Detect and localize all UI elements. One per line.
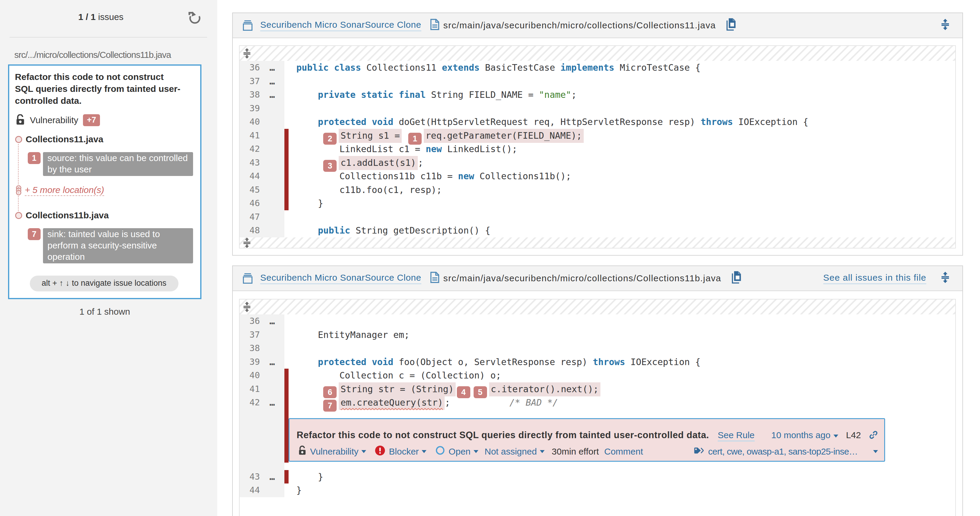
project-link[interactable]: Securibench Micro SonarSource Clone <box>260 273 422 284</box>
more-locations-row[interactable]: + 5 more location(s) <box>15 185 193 196</box>
expand-file-icon[interactable] <box>941 19 949 30</box>
issue-location-highlight[interactable]: String s1 = <box>339 129 402 143</box>
line-number[interactable]: 41 <box>240 129 260 143</box>
scm-info[interactable] <box>260 170 285 183</box>
scm-info[interactable]: … <box>260 396 285 410</box>
code-line[interactable]: 44} <box>240 484 955 497</box>
line-number[interactable]: 41 <box>240 383 260 396</box>
expand-block-above[interactable] <box>240 46 955 61</box>
scm-info[interactable] <box>260 115 285 129</box>
reload-button[interactable] <box>188 11 201 25</box>
code-line[interactable]: 42… 7em.createQuery(str); /* BAD */ <box>240 396 955 410</box>
code-line[interactable]: 41 2String s1 = 1req.getParameter(FIELD_… <box>240 129 955 143</box>
scm-info[interactable]: … <box>260 88 285 102</box>
expand-file-icon[interactable] <box>941 272 949 283</box>
expand-block-below[interactable] <box>240 237 955 248</box>
code-line[interactable]: 39 <box>240 102 955 116</box>
line-number[interactable]: 47 <box>240 210 260 224</box>
scm-info[interactable] <box>260 142 285 156</box>
line-number[interactable]: 36 <box>240 61 260 75</box>
scm-info[interactable]: … <box>260 355 285 369</box>
line-number[interactable]: 38 <box>240 341 260 355</box>
code-line[interactable]: 37… <box>240 75 955 88</box>
see-rule-link[interactable]: See Rule <box>718 430 754 441</box>
scm-info[interactable]: … <box>260 470 285 484</box>
code-line[interactable]: 41 6String str = (String)45c.iterator().… <box>240 383 955 396</box>
selected-issue-card[interactable]: Refactor this code to not construct SQL … <box>8 64 201 299</box>
issue-location-highlight[interactable]: c1.addLast(s1) <box>339 156 418 170</box>
flow-location-1[interactable]: 1 source: this value can be controlled b… <box>28 152 193 176</box>
code-line[interactable]: 47 <box>240 210 955 224</box>
copy-file-icon[interactable] <box>726 18 736 31</box>
line-number[interactable]: 39 <box>240 355 260 369</box>
issue-location-highlight[interactable]: c.iterator().next(); <box>489 383 600 396</box>
scm-info[interactable] <box>260 210 285 224</box>
expand-file-icon[interactable] <box>941 19 949 32</box>
code-line[interactable]: 43… } <box>240 470 955 484</box>
line-number[interactable]: 44 <box>240 170 260 183</box>
code-line[interactable]: 36… <box>240 314 955 328</box>
expand-lines-icon[interactable] <box>243 48 251 59</box>
scm-info[interactable] <box>260 156 285 170</box>
line-number[interactable]: 43 <box>240 470 260 484</box>
issue-location-highlight[interactable]: req.getParameter(FIELD_NAME); <box>424 129 584 143</box>
expand-lines-icon[interactable] <box>243 237 251 248</box>
code-line[interactable]: 48 public String getDescription() { <box>240 224 955 237</box>
scm-info[interactable] <box>260 183 285 197</box>
expand-lines-icon[interactable] <box>243 302 251 312</box>
line-number[interactable]: 44 <box>240 484 260 497</box>
line-number[interactable]: 46 <box>240 197 260 210</box>
scm-info[interactable] <box>260 197 285 210</box>
code-line[interactable]: 40 protected void doGet(HttpServletReque… <box>240 115 955 129</box>
scm-info[interactable]: … <box>260 314 285 328</box>
code-line[interactable]: 39… protected void foo(Object o, Servlet… <box>240 355 955 369</box>
line-number[interactable]: 40 <box>240 369 260 383</box>
status-dropdown[interactable]: Open <box>449 446 478 457</box>
comment-link[interactable]: Comment <box>604 446 643 457</box>
inline-issue-box[interactable]: Refactor this code to not construct SQL … <box>289 418 885 462</box>
code-line[interactable]: 43 3c1.addLast(s1); <box>240 156 955 170</box>
line-number[interactable]: 42 <box>240 396 260 410</box>
assignee-dropdown[interactable]: Not assigned <box>485 446 545 457</box>
code-line[interactable]: 44 Collections11b c11b = new Collections… <box>240 170 955 183</box>
expand-file-icon[interactable] <box>941 272 949 285</box>
copy-file-icon[interactable] <box>732 271 741 284</box>
issue-type-dropdown[interactable]: Vulnerability <box>310 446 366 457</box>
line-number[interactable]: 48 <box>240 224 260 237</box>
code-line[interactable]: 42 LinkedList c1 = new LinkedList(); <box>240 142 955 156</box>
code-line[interactable]: 37 EntityManager em; <box>240 328 955 342</box>
project-link[interactable]: Securibench Micro SonarSource Clone <box>260 20 422 31</box>
issue-date-dropdown[interactable]: 10 months ago <box>771 430 838 440</box>
issue-location-highlight[interactable]: String str = (String) <box>339 383 455 396</box>
scm-info[interactable] <box>260 224 285 237</box>
scm-info[interactable] <box>260 484 285 497</box>
severity-dropdown[interactable]: Blocker <box>389 446 426 457</box>
line-number[interactable]: 37 <box>240 75 260 88</box>
scm-info[interactable] <box>260 383 285 396</box>
code-line[interactable]: 36…public class Collections11 extends Ba… <box>240 61 955 75</box>
scm-info[interactable] <box>260 328 285 342</box>
line-number[interactable]: 40 <box>240 115 260 129</box>
permalink-icon[interactable] <box>869 430 878 441</box>
scm-info[interactable] <box>260 341 285 355</box>
code-line[interactable]: 38 <box>240 341 955 355</box>
scm-info[interactable]: … <box>260 61 285 75</box>
scm-info[interactable]: … <box>260 75 285 88</box>
scm-info[interactable] <box>260 102 285 116</box>
code-line[interactable]: 38… private static final String FIELD_NA… <box>240 88 955 102</box>
line-number[interactable]: 38 <box>240 88 260 102</box>
expand-block-above[interactable] <box>240 300 955 314</box>
line-number[interactable]: 45 <box>240 183 260 197</box>
location-index-badge[interactable]: 7 <box>323 400 337 411</box>
code-line[interactable]: 45 c11b.foo(c1, resp); <box>240 183 955 197</box>
line-number[interactable]: 43 <box>240 156 260 170</box>
line-number[interactable]: 39 <box>240 102 260 116</box>
code-line[interactable]: 46 } <box>240 197 955 210</box>
scm-info[interactable] <box>260 129 285 143</box>
line-number[interactable]: 42 <box>240 142 260 156</box>
line-number[interactable]: 36 <box>240 314 260 328</box>
tags-dropdown[interactable]: cert, cwe, owasp-a1, sans-top25-inse… <box>708 446 858 457</box>
permalink-icon[interactable] <box>869 430 878 439</box>
line-number[interactable]: 37 <box>240 328 260 342</box>
scm-info[interactable] <box>260 369 285 383</box>
